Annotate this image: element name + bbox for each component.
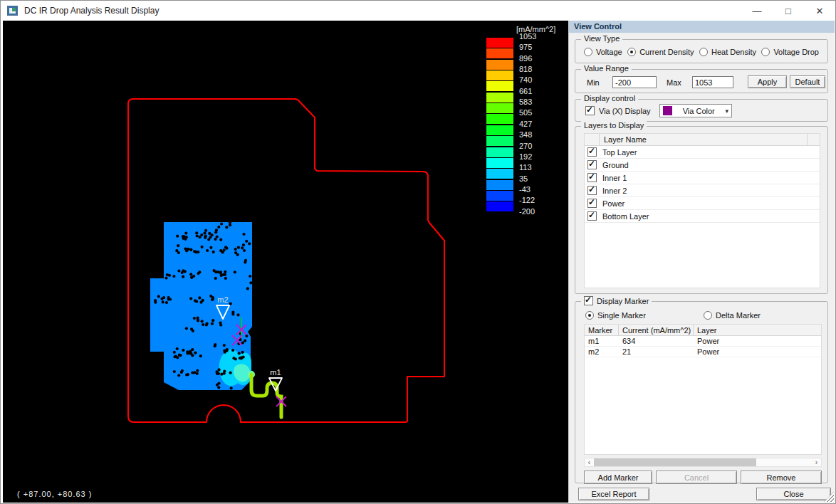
legend-tick-label: 192: [519, 153, 532, 161]
layers-label: Layers to Display: [581, 121, 647, 130]
checkbox-icon[interactable]: [587, 211, 597, 221]
col-layer: Layer: [694, 325, 821, 335]
app-icon: [7, 6, 18, 16]
radio-icon: [585, 311, 594, 320]
min-input[interactable]: [612, 76, 657, 88]
pcb-canvas[interactable]: m2 m1 [mA/mm^2] 105397589681874066158350…: [3, 21, 568, 503]
legend-swatch: [486, 147, 513, 157]
excel-report-button[interactable]: Excel Report: [578, 488, 649, 500]
legend-tick-label: 583: [519, 98, 532, 106]
marker-table-row[interactable]: m221Power: [585, 347, 821, 357]
legend-swatch: [486, 81, 513, 91]
legend-swatch: [486, 93, 513, 103]
radio-heat-density-label: Heat Density: [711, 48, 756, 56]
col-current: Current (mA/mm^2): [619, 325, 694, 335]
add-marker-button[interactable]: Add Marker: [584, 471, 652, 484]
layer-row[interactable]: Inner 1: [585, 172, 820, 184]
radio-voltage-drop[interactable]: Voltage Drop: [761, 48, 819, 56]
layers-list-header: Layer Name: [585, 134, 820, 146]
min-label: Min: [587, 78, 600, 87]
layer-row[interactable]: Power: [585, 197, 820, 210]
legend-tick-label: 348: [519, 131, 532, 139]
legend-tick-label: 818: [519, 65, 532, 73]
radio-current-density[interactable]: Current Density: [627, 48, 694, 56]
legend-tick-label: -43: [519, 186, 531, 194]
layer-name: Ground: [602, 161, 629, 169]
layer-name: Bottom Layer: [602, 212, 649, 221]
via-display-checkbox[interactable]: Via (X) Display: [585, 106, 651, 115]
titlebar: DC IR Drop Analysis Result Display — □ ✕: [1, 1, 835, 21]
checkbox-icon: [584, 296, 593, 305]
checkbox-icon[interactable]: [587, 186, 597, 195]
checkbox-icon[interactable]: [587, 173, 597, 182]
layer-row[interactable]: Top Layer: [585, 146, 820, 159]
legend-tick-label: 975: [519, 43, 532, 51]
legend-tick-label: 896: [519, 55, 532, 63]
via-color-dropdown[interactable]: Via Color ▾: [659, 104, 732, 117]
marker-table-hscrollbar[interactable]: ‹ ›: [584, 458, 822, 467]
pcb-drawing: m2 m1: [3, 21, 568, 503]
radio-voltage[interactable]: Voltage: [584, 48, 622, 56]
display-marker-group: Display Marker Single Marker Delta Marke…: [575, 301, 828, 483]
legend-tick-label: 740: [519, 76, 532, 84]
radio-icon: [699, 48, 708, 56]
legend-tick-label: 1053: [519, 33, 536, 41]
radio-delta-marker[interactable]: Delta Marker: [704, 311, 761, 320]
radio-icon: [761, 48, 770, 56]
layer-name: Power: [602, 199, 625, 208]
layer-row[interactable]: Ground: [585, 159, 820, 172]
scroll-left-arrow[interactable]: ‹: [585, 458, 594, 466]
value-range-group: Value Range Min Max Apply Default: [575, 69, 828, 93]
layer-name: Inner 1: [602, 174, 627, 182]
radio-icon: [627, 48, 636, 56]
legend-swatch: [486, 103, 513, 113]
scrollbar-track[interactable]: [594, 458, 812, 466]
legend-tick-label: -122: [519, 196, 535, 204]
cell-layer: Power: [694, 336, 821, 346]
checkbox-icon: [585, 106, 595, 115]
checkbox-icon[interactable]: [587, 160, 597, 169]
max-input[interactable]: [692, 76, 733, 88]
delta-marker-label: Delta Marker: [716, 311, 761, 320]
remove-button[interactable]: Remove: [741, 471, 822, 484]
layer-row[interactable]: Inner 2: [585, 184, 820, 197]
maximize-button[interactable]: □: [773, 1, 804, 21]
layers-checkbox-column: [585, 134, 600, 145]
radio-voltage-drop-label: Voltage Drop: [773, 48, 819, 56]
display-control-label: Display control: [581, 94, 638, 103]
cell-marker: m1: [585, 336, 619, 346]
scroll-right-arrow[interactable]: ›: [812, 458, 821, 466]
radio-icon: [584, 48, 592, 56]
col-marker: Marker: [585, 325, 619, 335]
cancel-button[interactable]: Cancel: [656, 471, 737, 484]
display-marker-label: Display Marker: [597, 297, 649, 305]
layer-row[interactable]: Bottom Layer: [585, 210, 820, 223]
radio-current-density-label: Current Density: [639, 48, 694, 56]
cell-marker: m2: [585, 347, 619, 357]
view-control-panel: View Control View Type Voltage Current D…: [568, 21, 835, 503]
layers-group: Layers to Display Layer Name Top LayerGr…: [575, 126, 828, 294]
radio-single-marker[interactable]: Single Marker: [585, 311, 646, 320]
marker-table-header: Marker Current (mA/mm^2) Layer: [585, 325, 821, 336]
minimize-button[interactable]: —: [741, 1, 773, 21]
marker-table-row[interactable]: m1634Power: [585, 336, 821, 347]
value-range-label: Value Range: [581, 64, 632, 73]
display-marker-toggle[interactable]: Display Marker: [581, 296, 652, 305]
close-window-button[interactable]: ✕: [804, 1, 835, 21]
legend-tick-label: 35: [519, 175, 528, 183]
close-button[interactable]: Close: [756, 488, 831, 500]
default-button[interactable]: Default: [790, 75, 825, 88]
radio-heat-density[interactable]: Heat Density: [699, 48, 756, 56]
marker-table: Marker Current (mA/mm^2) Layer m1634Powe…: [584, 324, 822, 455]
via-color-swatch: [663, 106, 672, 115]
scrollbar-thumb[interactable]: [594, 458, 756, 466]
legend-tick-label: 427: [519, 120, 532, 128]
radio-icon: [704, 311, 712, 320]
legend-tick-label: 661: [519, 88, 532, 95]
checkbox-icon[interactable]: [587, 199, 597, 208]
legend-swatch: [486, 201, 513, 211]
checkbox-icon[interactable]: [587, 147, 597, 157]
apply-button[interactable]: Apply: [748, 75, 787, 88]
marker-m2-label: m2: [217, 295, 228, 304]
view-type-label: View Type: [581, 34, 622, 43]
